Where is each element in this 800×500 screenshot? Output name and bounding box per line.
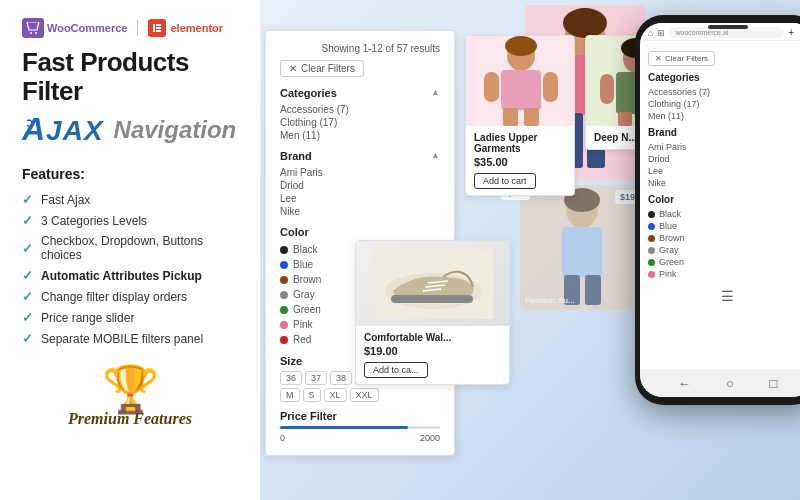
phone-brand-title: Brand xyxy=(648,127,800,138)
phone-color-green[interactable]: Green xyxy=(648,256,800,268)
svg-rect-27 xyxy=(543,72,558,102)
add-to-cart-1[interactable]: Add to cart xyxy=(474,173,536,189)
phone-clear-btn[interactable]: ✕ Clear Filters xyxy=(648,51,715,66)
feature-mobile-panel: ✓ Separate MOBILE filters panel xyxy=(22,331,238,346)
phone-brown-dot xyxy=(648,235,655,242)
pink-dot xyxy=(280,321,288,329)
ajax-nav: A JAX Navigation xyxy=(22,111,238,148)
phone-color-black[interactable]: Black xyxy=(648,208,800,220)
categories-title: Categories ▲ xyxy=(280,87,440,99)
results-text: Showing 1-12 of 57 results xyxy=(280,43,440,54)
phone-black-dot xyxy=(648,211,655,218)
phone-color-section: Color Black Blue Brown xyxy=(648,194,800,280)
expand-icon: ▲ xyxy=(431,87,440,97)
gray-dot xyxy=(280,291,288,299)
product-card-1: Ladies Upper Garments $35.00 Add to cart xyxy=(465,35,575,196)
svg-point-1 xyxy=(35,32,37,34)
check-icon-2: ✓ xyxy=(22,213,33,228)
svg-rect-23 xyxy=(501,70,541,110)
brand-section: Brand ▲ Ami Paris Driod Lee Nike xyxy=(280,150,440,218)
phone-brand-nike[interactable]: Nike xyxy=(648,177,800,189)
phone-pink-dot xyxy=(648,271,655,278)
feature-categories: ✓ 3 Categories Levels xyxy=(22,213,238,228)
premium-badge: 🏆 Premium Features xyxy=(22,366,238,428)
check-icon-4: ✓ xyxy=(22,268,33,283)
size-xl[interactable]: XL xyxy=(324,388,347,402)
feature-list: ✓ Fast Ajax ✓ 3 Categories Levels ✓ Chec… xyxy=(22,192,238,346)
feature-price-slider: ✓ Price range slider xyxy=(22,310,238,325)
svg-rect-25 xyxy=(524,108,539,126)
price-title: Price Filter xyxy=(280,410,440,422)
blue-dot xyxy=(280,261,288,269)
phone-add-tab-icon[interactable]: + xyxy=(788,27,794,38)
brand-nike[interactable]: Nike xyxy=(280,205,440,218)
phone-gray-dot xyxy=(648,247,655,254)
phone-color-pink[interactable]: Pink xyxy=(648,268,800,280)
phone-recent-icon[interactable]: □ xyxy=(769,376,777,391)
feature-fast-ajax: ✓ Fast Ajax xyxy=(22,192,238,207)
phone-color-gray[interactable]: Gray xyxy=(648,244,800,256)
phone-cat-clothing[interactable]: Clothing (17) xyxy=(648,98,800,110)
phone-brand-section: Brand Ami Paris Driod Lee Nike xyxy=(648,127,800,189)
phone-cat-title: Categories xyxy=(648,72,800,83)
phone-browser-icons: ⌂ ⊞ xyxy=(648,28,665,38)
page-title: Fast Products Filter xyxy=(22,48,238,105)
size-s[interactable]: S xyxy=(303,388,321,402)
shoe-name: Comfortable Wal... xyxy=(364,332,501,343)
phone-screen: ⌂ ⊞ woocommerce.al + ⋮ ✕ Clear Filters C… xyxy=(640,23,800,397)
cat-accessories[interactable]: Accessories (7) xyxy=(280,103,440,116)
size-36[interactable]: 36 xyxy=(280,371,302,385)
plugin-logos: WooCommerce elementor xyxy=(22,18,238,38)
phone-home-nav-icon[interactable]: ○ xyxy=(726,376,734,391)
clear-filters-btn[interactable]: ✕ Clear Filters xyxy=(280,60,364,77)
size-m[interactable]: M xyxy=(280,388,300,402)
svg-point-8 xyxy=(563,8,607,38)
feature-choices: ✓ Checkbox, Dropdown, Buttons choices xyxy=(22,234,238,262)
cat-men[interactable]: Men (11) xyxy=(280,129,440,142)
phone-brand-lee[interactable]: Lee xyxy=(648,165,800,177)
trophy-icon: 🏆 xyxy=(102,366,159,412)
svg-rect-17 xyxy=(562,227,602,277)
svg-rect-2 xyxy=(153,24,155,32)
ajax-text: A JAX xyxy=(22,111,104,148)
nav-label: Navigation xyxy=(114,116,237,144)
brand-driod[interactable]: Driod xyxy=(280,179,440,192)
woocommerce-logo: WooCommerce xyxy=(22,18,127,38)
svg-point-22 xyxy=(505,36,537,56)
phone-color-title: Color xyxy=(648,194,800,205)
phone-blue-dot xyxy=(648,223,655,230)
phone-back-icon[interactable]: ← xyxy=(678,376,691,391)
phone-color-blue[interactable]: Blue xyxy=(648,220,800,232)
product-price-1: $35.00 xyxy=(474,156,566,168)
check-icon-3: ✓ xyxy=(22,241,33,256)
feature-auto-attrs: ✓ Automatic Attributes Pickup xyxy=(22,268,238,283)
price-slider-track[interactable] xyxy=(280,426,440,429)
price-max: 2000 xyxy=(420,433,440,443)
size-xxl[interactable]: XXL xyxy=(350,388,379,402)
phone-menu-hamburger[interactable]: ☰ xyxy=(648,288,800,304)
phone-filter-content: ✕ Clear Filters Categories Accessories (… xyxy=(640,41,800,375)
red-dot xyxy=(280,336,288,344)
phone-color-brown[interactable]: Brown xyxy=(648,232,800,244)
price-range-labels: 0 2000 xyxy=(280,433,440,443)
phone-home-icon[interactable]: ⌂ xyxy=(648,28,653,38)
add-to-cart-shoe[interactable]: Add to ca... xyxy=(364,362,428,378)
phone-cat-men[interactable]: Men (11) xyxy=(648,110,800,122)
phone-green-dot xyxy=(648,259,655,266)
svg-rect-19 xyxy=(585,275,601,305)
brand-lee[interactable]: Lee xyxy=(280,192,440,205)
size-37[interactable]: 37 xyxy=(305,371,327,385)
brand-ami[interactable]: Ami Paris xyxy=(280,166,440,179)
shoe-price: $19.00 xyxy=(364,345,501,357)
svg-rect-34 xyxy=(600,74,614,104)
phone-tabs-icon[interactable]: ⊞ xyxy=(657,28,665,38)
cat-clothing[interactable]: Clothing (17) xyxy=(280,116,440,129)
left-panel: WooCommerce elementor Fast Products Filt… xyxy=(0,0,260,500)
phone-cat-accessories[interactable]: Accessories (7) xyxy=(648,86,800,98)
shoe-info: Comfortable Wal... $19.00 Add to ca... xyxy=(356,326,509,384)
phone-brand-ami[interactable]: Ami Paris xyxy=(648,141,800,153)
svg-rect-24 xyxy=(503,108,518,126)
elementor-logo: elementor xyxy=(148,19,223,37)
size-38[interactable]: 38 xyxy=(330,371,352,385)
phone-brand-driod[interactable]: Driod xyxy=(648,153,800,165)
